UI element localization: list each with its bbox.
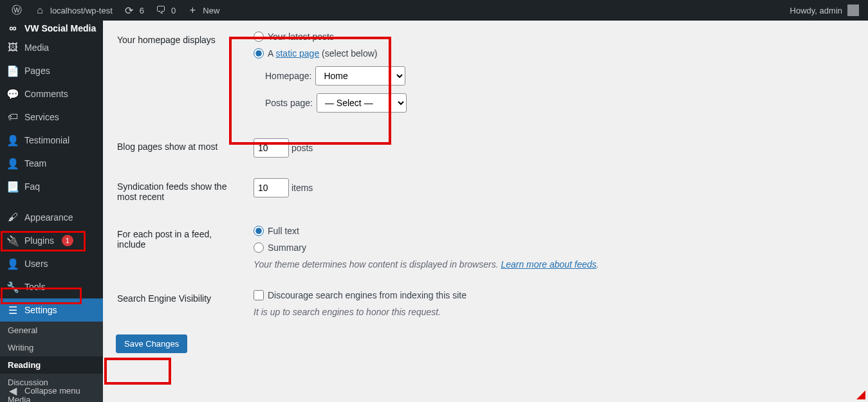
posts-page-select[interactable]: — Select —	[317, 93, 407, 113]
updates-count: 6	[140, 6, 144, 15]
sidebar-label: Testimonial	[24, 135, 69, 145]
sidebar-item-services[interactable]: 🏷Services	[0, 105, 103, 129]
sliders-icon: ☰	[6, 304, 19, 316]
radio-summary[interactable]	[254, 242, 264, 253]
media-icon: 🖼	[6, 41, 19, 54]
radio-static-page-label: A static page (select below)	[268, 48, 377, 59]
sidebar-item-testimonial[interactable]: 👤Testimonial	[0, 129, 103, 152]
sidebar-label: Pages	[24, 66, 50, 76]
sidebar-item-team[interactable]: 👤Team	[0, 152, 103, 175]
refresh-icon: ⟳	[123, 4, 136, 17]
syndication-input[interactable]	[254, 178, 289, 197]
collapse-label: Collapse menu	[24, 386, 80, 396]
person-icon: 👤	[6, 134, 19, 147]
brush-icon: 🖌	[6, 211, 19, 224]
static-page-link[interactable]: static page	[275, 48, 319, 59]
homepage-select-label: Homepage:	[265, 71, 311, 81]
blog-pages-input[interactable]	[254, 138, 289, 158]
sidebar-item-comments[interactable]: 💬Comments	[0, 82, 103, 105]
sidebar-item-media[interactable]: 🖼Media	[0, 36, 103, 59]
syndication-label: Syndication feeds show the most recent	[117, 169, 246, 215]
howdy-text: Howdy, admin	[790, 6, 842, 15]
admin-sidebar: ∞ VW Social Media 🖼Media 📄Pages 💬Comment…	[0, 21, 103, 402]
search-visibility-checkbox-label: Discourage search engines from indexing …	[268, 290, 466, 300]
feed-description: Your theme determines how content is dis…	[254, 259, 847, 270]
posts-page-select-label: Posts page:	[265, 98, 313, 108]
radio-latest-posts[interactable]	[254, 32, 264, 42]
blog-pages-unit: posts	[291, 143, 313, 153]
wordpress-icon: ⓦ	[10, 4, 23, 17]
radio-latest-posts-label: Your latest posts	[268, 32, 334, 42]
avatar	[847, 5, 859, 16]
collapse-menu[interactable]: ◀Collapse menu	[0, 379, 103, 402]
sidebar-label: Plugins	[24, 235, 54, 246]
sidebar-item-tools[interactable]: 🔧Tools	[0, 275, 103, 298]
feed-include-label: For each post in a feed, include	[117, 216, 246, 279]
collapse-icon: ◀	[6, 384, 19, 397]
sidebar-label: Faq	[24, 181, 40, 192]
new-label: New	[203, 6, 219, 15]
sidebar-item-appearance[interactable]: 🖌Appearance	[0, 206, 103, 229]
comment-icon: 🗨	[154, 4, 167, 17]
submenu-general[interactable]: General	[0, 322, 103, 339]
sidebar-label: Settings	[24, 305, 57, 315]
updates-link[interactable]: ⟳6	[118, 0, 149, 21]
sidebar-label: VW Social Media	[24, 23, 96, 33]
sidebar-label: Media	[24, 42, 49, 53]
sidebar-label: Comments	[24, 89, 68, 99]
home-icon: ⌂	[33, 4, 46, 17]
account-link[interactable]: Howdy, admin	[790, 5, 863, 16]
person-icon: 👤	[6, 157, 19, 170]
sidebar-item-plugins[interactable]: 🔌Plugins1	[0, 229, 103, 252]
annotation-arrow-icon	[856, 390, 865, 399]
radio-summary-label: Summary	[268, 242, 306, 253]
comments-link[interactable]: 🗨0	[149, 0, 181, 21]
submenu-writing[interactable]: Writing	[0, 339, 103, 356]
homepage-select[interactable]: Home	[315, 66, 405, 86]
sidebar-item-faq[interactable]: 📃Faq	[0, 175, 103, 198]
plug-icon: 🔌	[6, 234, 19, 247]
sidebar-label: Services	[24, 112, 59, 122]
sidebar-item-users[interactable]: 👤Users	[0, 252, 103, 275]
wp-logo[interactable]: ⓦ	[5, 0, 28, 21]
radio-full-text-label: Full text	[268, 226, 299, 236]
wrench-icon: 🔧	[6, 280, 19, 293]
sidebar-item-settings[interactable]: ☰Settings	[0, 298, 103, 322]
new-link[interactable]: +New	[181, 0, 225, 21]
search-visibility-label: Search Engine Visibility	[117, 280, 246, 327]
radio-full-text[interactable]	[254, 226, 264, 236]
sidebar-label: Team	[24, 158, 46, 169]
search-visibility-checkbox[interactable]	[254, 290, 264, 300]
sidebar-label: Users	[24, 259, 48, 269]
person-icon: 👤	[6, 257, 19, 270]
share-icon: ∞	[6, 22, 19, 35]
site-name: localhost/wp-test	[50, 6, 113, 15]
settings-reading-page: Your homepage displays Your latest posts…	[103, 21, 868, 402]
comments-count: 0	[171, 6, 176, 15]
syndication-unit: items	[291, 183, 313, 193]
doc-icon: 📃	[6, 180, 19, 193]
radio-static-page[interactable]	[254, 48, 264, 59]
save-changes-button[interactable]: Save Changes	[116, 334, 187, 353]
admin-bar: ⓦ ⌂localhost/wp-test ⟳6 🗨0 +New Howdy, a…	[0, 0, 868, 21]
sidebar-label: Tools	[24, 282, 46, 292]
sidebar-item-pages[interactable]: 📄Pages	[0, 59, 103, 82]
sidebar-item-partial[interactable]: ∞ VW Social Media	[0, 21, 103, 36]
pages-icon: 📄	[6, 64, 19, 77]
blog-pages-label: Blog pages show at most	[117, 129, 246, 167]
homepage-displays-label: Your homepage displays	[117, 22, 246, 127]
submenu-reading[interactable]: Reading	[0, 356, 103, 374]
comment-icon: 💬	[6, 87, 19, 100]
plus-icon: +	[186, 4, 199, 17]
tag-icon: 🏷	[6, 111, 19, 123]
sidebar-label: Appearance	[24, 212, 73, 223]
site-link[interactable]: ⌂localhost/wp-test	[28, 0, 118, 21]
learn-more-feeds-link[interactable]: Learn more about feeds	[501, 259, 596, 270]
plugins-badge: 1	[62, 235, 73, 246]
search-visibility-desc: It is up to search engines to honor this…	[254, 307, 847, 317]
